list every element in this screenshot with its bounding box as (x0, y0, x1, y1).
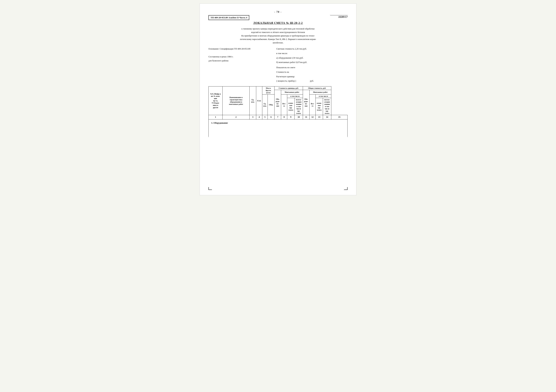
col-header-3: Ед.изм. (250, 86, 256, 115)
col-header-obo1: Обо-рудо-ва-ние (275, 90, 281, 115)
table-header-row1: №№ Шифр ишт № пози-циипр-та,УСН,цен-ника… (209, 86, 348, 90)
col-header-eksplu1: эксплу-атациямашинв томчислезар-плата (294, 98, 303, 115)
col-header-osnovnaya1: основ-наязар-плата (287, 98, 294, 115)
desc-line4: логическому пароснабжению. Камера Тип II… (212, 38, 344, 41)
num-12: 12 (309, 115, 316, 119)
col-header-1: №№ Шифр ишт № пози-циипр-та,УСН,цен-ника… (209, 86, 223, 115)
oborudovanie-cost: а) оборудования I,59 тно.руб. (276, 56, 348, 60)
col-header-vsego2: Все-го (309, 94, 316, 115)
desc-line3: На приобретение и монтаж оборудования ар… (212, 34, 344, 38)
num-11: 11 (303, 115, 309, 119)
description-block: к типовому проекту камеры периодического… (208, 27, 348, 45)
raschetnuyu: Расчетную единицу (276, 75, 348, 79)
num-14: 14 (323, 115, 331, 119)
col-header-osnovnaya2: основ-наязар-плата (316, 98, 323, 115)
num-9: 9 (287, 115, 294, 119)
v-tom-chisle: в том числе: (276, 51, 348, 56)
col-header-montazh1: Монтажных работ (281, 90, 303, 94)
pokazatel: Показатель по смете (276, 66, 348, 70)
dlya: для базисного района (208, 59, 271, 63)
main-title: ЛОКАЛЬНАЯ СМЕТА № Ш-20-2-2 (208, 22, 348, 24)
col-header-obsh: Общ. (268, 94, 274, 115)
num-8: 8 (281, 115, 287, 119)
desc-line1: к типовому проекту камеры периодического… (212, 27, 344, 31)
col-header-vtom2: в том числе (316, 94, 331, 98)
section-label-row: I. Оборудование (209, 119, 348, 126)
info-left: Основание: Спецификация ТП 409-28-053.89… (208, 47, 271, 84)
num-15: 15 (331, 115, 348, 119)
smetnaya-stoimost: Сметная стоимость 2,26 тно.руб. (276, 47, 348, 51)
main-table: №№ Шифр ишт № пози-циипр-та,УСН,цен-ника… (208, 86, 348, 137)
col-header-ed-izm: Ед.изм. (262, 94, 268, 115)
header-block: ТП 409-28-053.89 Альбом I3 Часть 4 10289… (208, 15, 348, 20)
info-section: Основание: Спецификация ТП 409-28-053.89… (208, 47, 348, 84)
header-title: ТП 409-28-053.89 Альбом I3 Часть 4 (208, 15, 249, 20)
col-header-vsego1: Все-го (281, 94, 287, 115)
empty-row-1 (209, 126, 348, 137)
col-header-montazh2: Монтажных работ (309, 90, 331, 94)
col-header-stoimost-edinitsy: Стоимость единицы, руб. (275, 86, 303, 90)
moshnost-label: ( мощность; прибор ) (276, 79, 296, 83)
num-5: 5 (262, 115, 268, 119)
num-10: 10 (294, 115, 303, 119)
col-header-obo2: Обо-рудо-ва-ние (303, 90, 309, 115)
desc-line2: изделий из тяжелого и лёгкого конструкци… (212, 31, 344, 34)
col-header-2: Наименование ихарактеристикаоборудования… (223, 86, 250, 115)
info-right: Сметная стоимость 2,26 тно.руб. в том чи… (276, 47, 348, 84)
num-3: 3 (250, 115, 256, 119)
stoimost-na: Стоимость на (276, 70, 348, 74)
col-header-obshaya-stoimost: Общая стоимость, руб. (303, 86, 331, 90)
moshnost-rub: ( мощность; прибор ) руб. (276, 79, 348, 83)
col-header-4: К-во (256, 86, 262, 115)
sostavlena: Составлена в ценах 1984 г. (208, 55, 271, 59)
rub-label: руб. (310, 79, 314, 83)
montazh-cost: б) монтажных работ 0,67тно.руб. (276, 60, 348, 64)
bottom-right-bracket (344, 187, 348, 190)
section-label: I. Оборудование (209, 119, 348, 126)
desc-line5: зитобетоне. (212, 41, 344, 45)
page-number: - 70 - (208, 11, 348, 13)
num-1: 1 (209, 115, 223, 119)
doc-number: 10289/17 (330, 15, 348, 18)
num-7: 7 (275, 115, 281, 119)
num-4: 4 (256, 115, 262, 119)
num-2: 2 (223, 115, 250, 119)
osnowanie: Основание: Спецификация ТП 409-28-053.89 (208, 47, 271, 51)
bottom-left-bracket (208, 187, 212, 190)
col-header-vtom1: в том числе (287, 94, 303, 98)
document-page: - 70 - ТП 409-28-053.89 Альбом I3 Часть … (200, 3, 356, 195)
num-13: 13 (316, 115, 323, 119)
num-6: 6 (268, 115, 274, 119)
col-header-eksplu2: эксплу-атациямашинв томчислезар-плата (323, 98, 331, 115)
col-header-massa: Массабруттонетто (262, 86, 275, 94)
table-number-row: 1 2 3 4 5 6 7 8 9 10 11 12 13 14 15 (209, 115, 348, 119)
